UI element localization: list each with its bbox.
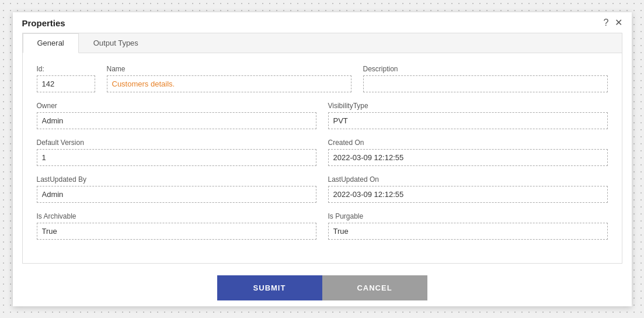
default-version-group: Default Version: [37, 139, 316, 166]
description-group: Description: [363, 65, 608, 92]
description-label: Description: [363, 65, 608, 73]
form-row-5: Is Archivable Is Purgable: [37, 212, 608, 240]
name-label: Name: [107, 65, 351, 73]
owner-input[interactable]: [37, 112, 316, 129]
last-updated-on-label: LastUpdated On: [328, 175, 608, 184]
visibility-type-input[interactable]: [328, 112, 608, 129]
last-updated-on-input[interactable]: [328, 186, 608, 203]
visibility-type-group: VisibilityType: [328, 102, 608, 129]
cancel-button[interactable]: CANCEL: [322, 275, 427, 300]
owner-label: Owner: [37, 102, 316, 110]
created-on-label: Created On: [328, 139, 608, 147]
dialog-title: Properties: [22, 18, 65, 28]
id-group: Id:: [37, 65, 95, 92]
default-version-label: Default Version: [37, 139, 316, 147]
name-input[interactable]: [107, 75, 351, 92]
header-icons: ? ✕: [604, 18, 622, 27]
properties-dialog: Properties ? ✕ General Output Types Id: …: [13, 12, 632, 306]
is-purgable-group: Is Purgable: [328, 212, 608, 240]
last-updated-by-label: LastUpdated By: [37, 175, 316, 184]
owner-group: Owner: [37, 102, 316, 129]
last-updated-on-group: LastUpdated On: [328, 175, 608, 203]
help-icon[interactable]: ?: [604, 18, 609, 27]
visibility-type-label: VisibilityType: [328, 102, 608, 110]
last-updated-by-input[interactable]: [37, 186, 316, 203]
description-input[interactable]: [363, 75, 608, 92]
buttons-row: SUBMIT CANCEL: [13, 275, 632, 306]
tabs: General Output Types: [23, 33, 622, 53]
tab-output-types[interactable]: Output Types: [79, 33, 153, 53]
name-group: Name: [107, 65, 351, 92]
submit-button[interactable]: SUBMIT: [217, 275, 322, 300]
is-archivable-input[interactable]: [37, 223, 316, 240]
form-row-3: Default Version Created On: [37, 139, 608, 166]
is-purgable-label: Is Purgable: [328, 212, 608, 220]
form-row-1: Id: Name Description: [37, 65, 608, 92]
last-updated-by-group: LastUpdated By: [37, 175, 316, 203]
form-container: Id: Name Description Owner VisibilityTyp…: [22, 53, 622, 264]
is-purgable-input[interactable]: [328, 223, 608, 240]
form-row-4: LastUpdated By LastUpdated On: [37, 175, 608, 203]
tabs-container: General Output Types: [22, 33, 622, 53]
tab-general[interactable]: General: [23, 33, 79, 53]
is-archivable-group: Is Archivable: [37, 212, 316, 240]
created-on-input[interactable]: [328, 149, 608, 166]
id-input[interactable]: [37, 75, 95, 92]
created-on-group: Created On: [328, 139, 608, 166]
default-version-input[interactable]: [37, 149, 316, 166]
close-icon[interactable]: ✕: [615, 18, 622, 27]
is-archivable-label: Is Archivable: [37, 212, 316, 220]
dialog-header: Properties ? ✕: [13, 12, 632, 33]
id-label: Id:: [37, 65, 95, 73]
form-row-2: Owner VisibilityType: [37, 102, 608, 129]
